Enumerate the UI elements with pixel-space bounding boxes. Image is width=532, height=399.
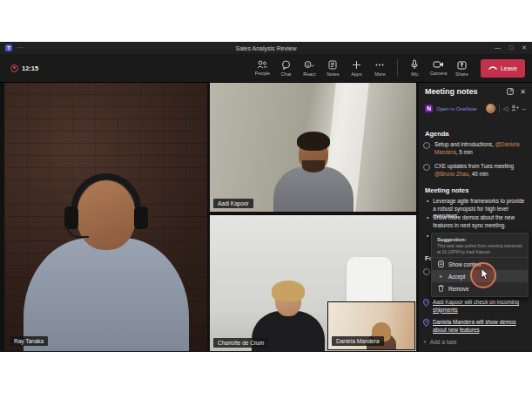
people-button[interactable]: People [251, 60, 274, 76]
note-bullet: • Show more demos about the new features… [419, 214, 532, 229]
mic-button[interactable]: Mic [403, 59, 427, 77]
document-icon [437, 260, 444, 268]
task-pin-icon [423, 319, 429, 334]
plus-icon: + [437, 274, 444, 280]
agenda-item: Setup and introductions, @Daniela Mander… [419, 141, 532, 156]
chat-icon [281, 60, 291, 70]
more-button[interactable]: More [368, 60, 392, 77]
share-icon [457, 60, 467, 70]
hang-up-icon [488, 65, 497, 71]
agenda-item: CXE updates from Tues meeting @Bruno Zha… [419, 163, 532, 178]
chat-button[interactable]: Chat [274, 60, 298, 77]
meeting-notes-heading: Meeting notes [419, 186, 532, 194]
onenote-row: N Open in OneNote ◁ – [419, 104, 532, 113]
video-tile-ray-tanaka[interactable]: Ray Tanaka [4, 83, 207, 351]
video-tile-charlotte-de-crum[interactable]: Charlotte de Crum Daniela Mandera [210, 215, 416, 351]
mic-icon [410, 59, 419, 70]
participant-name-badge: Charlotte de Crum [213, 338, 268, 348]
more-dots-icon [374, 60, 385, 70]
suggestion-context-menu: Suggestion: This task was pulled from me… [431, 233, 529, 297]
participant-name-badge: Daniela Mandera [332, 336, 384, 346]
panel-close-icon[interactable]: ✕ [520, 88, 526, 96]
bullet-icon: • [427, 233, 428, 240]
plus-icon: + [423, 339, 427, 345]
teams-meeting-window: T ⋯ Sales Analysis Review — □ ✕ 12:15 Pe… [0, 42, 532, 352]
meeting-toolbar: 12:15 People Chat React [0, 54, 532, 83]
overflow-icon[interactable]: – [522, 105, 526, 112]
participant-name-badge: Aadi Kapoor [213, 199, 253, 208]
task-checkbox[interactable] [423, 268, 430, 275]
video-tile-daniela-mandera[interactable]: Daniela Mandera [327, 301, 415, 350]
camera-icon [433, 60, 444, 69]
menu-item-show-context[interactable]: Show context [432, 258, 528, 270]
close-button[interactable]: ✕ [522, 44, 527, 51]
trash-icon [437, 285, 444, 293]
avatar[interactable] [486, 104, 495, 113]
onenote-icon: N [425, 105, 433, 112]
agenda-checkbox[interactable] [423, 164, 430, 171]
follow-up-tasks: Aadi Kapoor will check on incoming shipm… [419, 299, 532, 345]
video-tile-aadi-kapoor[interactable]: Aadi Kapoor [210, 83, 416, 212]
title-bar: T ⋯ Sales Analysis Review — □ ✕ [0, 42, 532, 54]
camera-button[interactable]: Camera [427, 60, 450, 76]
add-task-button[interactable]: + Add a task [423, 339, 527, 345]
bullet-icon: • [427, 214, 428, 229]
meeting-timer: 12:15 [22, 64, 38, 72]
record-dot-icon [10, 64, 18, 72]
task-item[interactable]: Daniela Mandera will show demos about ne… [423, 319, 527, 334]
open-in-onenote-link[interactable]: Open in OneNote [436, 106, 477, 112]
minimize-button[interactable]: — [495, 44, 501, 51]
menu-item-accept[interactable]: + Accept [432, 270, 528, 282]
panel-header: Meeting notes ✕ [419, 87, 532, 96]
task-pin-icon [423, 299, 429, 314]
agenda-heading: Agenda [419, 130, 532, 138]
participant-silhouette [24, 180, 189, 351]
react-icon [304, 60, 314, 70]
people-icon[interactable] [511, 105, 519, 112]
share-button[interactable]: Share [450, 60, 474, 77]
participant-silhouette [273, 137, 354, 212]
apps-plus-icon [352, 60, 361, 70]
apps-button[interactable]: Apps [345, 60, 368, 77]
mention[interactable]: @Bruno Zhao [434, 171, 468, 177]
toolbar-divider [397, 59, 398, 77]
participant-name-badge: Ray Tanaka [10, 336, 48, 346]
notes-icon [328, 60, 337, 70]
react-button[interactable]: React [298, 60, 321, 77]
agenda-checkbox[interactable] [423, 142, 430, 149]
recording-indicator: 12:15 [10, 64, 38, 72]
task-item[interactable]: Aadi Kapoor will check on incoming shipm… [423, 299, 527, 314]
window-title: Sales Analysis Review [0, 45, 532, 51]
leave-button[interactable]: Leave [481, 59, 525, 78]
back-arrow-icon[interactable]: ◁ [503, 105, 508, 112]
menu-item-remove[interactable]: Remove [432, 282, 528, 294]
panel-title: Meeting notes [425, 87, 478, 96]
suggestion-description: This task was pulled from meeting transc… [432, 242, 528, 258]
meeting-stage: Ray Tanaka Aadi Kapoor Charlotte de Crum [0, 83, 532, 351]
maximize-button[interactable]: □ [509, 44, 513, 51]
divider [499, 105, 500, 113]
pop-out-icon[interactable] [507, 88, 514, 95]
people-icon [257, 60, 267, 69]
notes-button[interactable]: Notes [321, 60, 345, 77]
meeting-notes-panel: Meeting notes ✕ N Open in OneNote ◁ [419, 83, 532, 351]
